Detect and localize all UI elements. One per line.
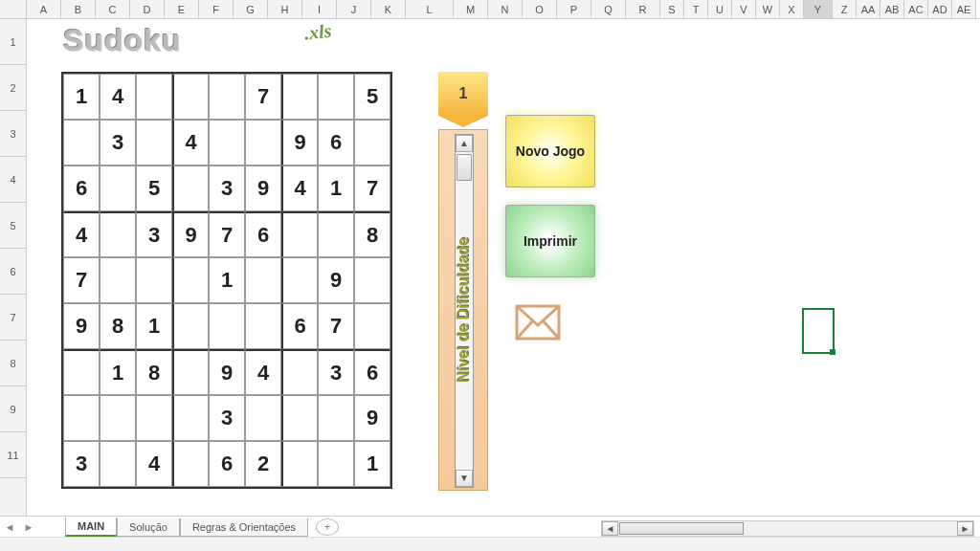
row-header-11[interactable]: 11: [0, 432, 26, 478]
sudoku-cell-r2-c6[interactable]: 4: [281, 165, 318, 211]
sudoku-cell-r7-c8[interactable]: 9: [354, 395, 390, 441]
envelope-icon[interactable]: [515, 302, 561, 342]
col-header-H[interactable]: H: [268, 0, 302, 18]
col-header-AE[interactable]: AE: [952, 0, 976, 18]
sudoku-cell-r8-c5[interactable]: 2: [245, 441, 281, 487]
sudoku-cell-r7-c3[interactable]: [172, 395, 209, 441]
active-cell-selection[interactable]: [802, 308, 835, 354]
sudoku-cell-r6-c8[interactable]: 6: [354, 349, 390, 395]
sudoku-cell-r4-c8[interactable]: [354, 257, 390, 303]
sudoku-cell-r0-c1[interactable]: 4: [100, 74, 136, 120]
sudoku-cell-r0-c4[interactable]: [209, 74, 245, 120]
col-header-U[interactable]: U: [708, 0, 732, 18]
row-header-8[interactable]: 8: [0, 341, 26, 386]
col-header-Z[interactable]: Z: [833, 0, 857, 18]
sudoku-cell-r2-c2[interactable]: 5: [136, 165, 172, 211]
sudoku-cell-r5-c5[interactable]: [245, 303, 281, 349]
sudoku-cell-r8-c4[interactable]: 6: [209, 441, 245, 487]
hscroll-thumb[interactable]: [619, 522, 744, 535]
sudoku-cell-r5-c3[interactable]: [172, 303, 209, 349]
sheet-tab-solu-o[interactable]: Solução: [117, 518, 180, 537]
col-header-P[interactable]: P: [557, 0, 591, 18]
sudoku-cell-r1-c1[interactable]: 3: [100, 120, 136, 165]
col-header-G[interactable]: G: [234, 0, 268, 18]
sudoku-cell-r6-c0[interactable]: [63, 349, 100, 395]
sheet-tab-regras-orienta-es[interactable]: Regras & Orientações: [180, 518, 308, 537]
row-header-5[interactable]: 5: [0, 203, 26, 249]
row-header-1[interactable]: 1: [0, 19, 26, 65]
print-button[interactable]: Imprimir: [505, 205, 595, 277]
hscroll-right-arrow[interactable]: ►: [957, 521, 973, 536]
sudoku-cell-r1-c0[interactable]: [63, 120, 100, 165]
col-header-L[interactable]: L: [406, 0, 454, 18]
sudoku-cell-r7-c2[interactable]: [136, 395, 172, 441]
new-game-button[interactable]: Novo Jogo: [505, 115, 595, 187]
scroll-down-arrow[interactable]: ▼: [456, 470, 473, 487]
sudoku-cell-r2-c1[interactable]: [100, 165, 136, 211]
sudoku-cell-r4-c2[interactable]: [136, 257, 172, 303]
col-header-AA[interactable]: AA: [857, 0, 880, 18]
tab-nav-arrows[interactable]: ◄ ►: [0, 521, 59, 533]
sudoku-cell-r6-c2[interactable]: 8: [136, 349, 172, 395]
sudoku-cell-r1-c6[interactable]: 9: [281, 120, 318, 165]
sudoku-cell-r0-c8[interactable]: 5: [354, 74, 390, 120]
row-header-6[interactable]: 6: [0, 249, 26, 295]
worksheet-area[interactable]: Sudoku .xls 1475349665394174397687199816…: [27, 19, 980, 520]
col-header-AD[interactable]: AD: [928, 0, 952, 18]
sudoku-cell-r8-c0[interactable]: 3: [63, 441, 100, 487]
sudoku-cell-r4-c5[interactable]: [245, 257, 281, 303]
sudoku-cell-r5-c4[interactable]: [209, 303, 245, 349]
sudoku-cell-r6-c6[interactable]: [281, 349, 318, 395]
col-header-A[interactable]: A: [27, 0, 61, 18]
sudoku-cell-r5-c8[interactable]: [354, 303, 390, 349]
sudoku-cell-r6-c3[interactable]: [172, 349, 209, 395]
sheet-tab-main[interactable]: MAIN: [65, 518, 117, 537]
col-header-AC[interactable]: AC: [904, 0, 928, 18]
sudoku-cell-r7-c5[interactable]: [245, 395, 281, 441]
sudoku-cell-r8-c1[interactable]: [100, 441, 136, 487]
sudoku-cell-r2-c3[interactable]: [172, 165, 209, 211]
tab-nav-first-icon[interactable]: ◄: [0, 521, 19, 533]
col-header-X[interactable]: X: [780, 0, 804, 18]
sudoku-cell-r3-c2[interactable]: 3: [136, 211, 172, 257]
hscroll-track[interactable]: [618, 521, 957, 536]
tab-nav-last-icon[interactable]: ►: [19, 521, 38, 533]
row-header-4[interactable]: 4: [0, 157, 26, 203]
sudoku-cell-r5-c1[interactable]: 8: [100, 303, 136, 349]
sudoku-cell-r2-c0[interactable]: 6: [63, 165, 100, 211]
row-header-9[interactable]: 9: [0, 386, 26, 432]
col-header-W[interactable]: W: [756, 0, 780, 18]
sudoku-cell-r3-c1[interactable]: [100, 211, 136, 257]
sudoku-cell-r4-c3[interactable]: [172, 257, 209, 303]
sudoku-cell-r1-c7[interactable]: 6: [318, 120, 354, 165]
sudoku-cell-r1-c3[interactable]: 4: [172, 120, 209, 165]
col-header-F[interactable]: F: [199, 0, 234, 18]
sudoku-cell-r8-c7[interactable]: [318, 441, 354, 487]
sudoku-cell-r3-c0[interactable]: 4: [63, 211, 100, 257]
sudoku-cell-r5-c7[interactable]: 7: [318, 303, 354, 349]
row-header-3[interactable]: 3: [0, 111, 26, 157]
sudoku-cell-r2-c5[interactable]: 9: [245, 165, 281, 211]
sudoku-cell-r7-c7[interactable]: [318, 395, 354, 441]
add-sheet-button[interactable]: +: [316, 518, 339, 536]
col-header-N[interactable]: N: [488, 0, 523, 18]
col-header-T[interactable]: T: [684, 0, 708, 18]
sudoku-cell-r3-c7[interactable]: [318, 211, 354, 257]
col-header-Y[interactable]: Y: [804, 0, 833, 18]
sudoku-cell-r3-c8[interactable]: 8: [354, 211, 390, 257]
col-header-V[interactable]: V: [732, 0, 756, 18]
col-header-I[interactable]: I: [302, 0, 337, 18]
sudoku-cell-r0-c6[interactable]: [281, 74, 318, 120]
sudoku-cell-r4-c6[interactable]: [281, 257, 318, 303]
sudoku-cell-r7-c0[interactable]: [63, 395, 100, 441]
sudoku-cell-r5-c0[interactable]: 9: [63, 303, 100, 349]
col-header-K[interactable]: K: [371, 0, 406, 18]
sudoku-cell-r6-c4[interactable]: 9: [209, 349, 245, 395]
sudoku-cell-r4-c0[interactable]: 7: [63, 257, 100, 303]
sudoku-cell-r2-c8[interactable]: 7: [354, 165, 390, 211]
col-header-D[interactable]: D: [130, 0, 165, 18]
col-header-B[interactable]: B: [61, 0, 96, 18]
col-header-O[interactable]: O: [523, 0, 557, 18]
sudoku-cell-r4-c7[interactable]: 9: [318, 257, 354, 303]
select-all-corner[interactable]: [0, 0, 27, 18]
